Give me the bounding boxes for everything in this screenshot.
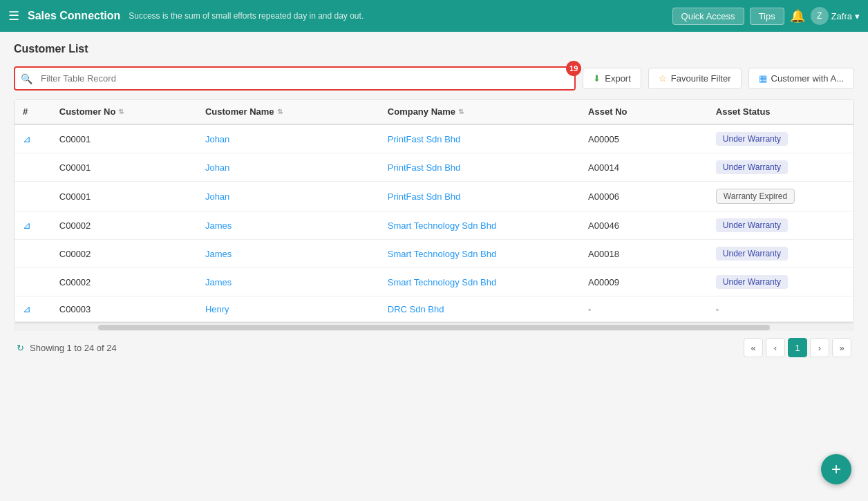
user-menu[interactable]: Z Zafra ▾: [811, 7, 860, 25]
customer-name-cell[interactable]: James: [197, 211, 379, 240]
export-button[interactable]: ⬇ Export: [583, 68, 641, 89]
last-page-button[interactable]: »: [832, 338, 851, 357]
status-badge: Under Warranty: [716, 160, 788, 174]
customer-no-cell: C00003: [51, 296, 197, 322]
external-link-icon[interactable]: ⊿: [23, 133, 31, 144]
col-asset-no: Asset No: [580, 100, 708, 124]
company-name-cell[interactable]: Smart Technology Sdn Bhd: [379, 240, 580, 268]
toolbar: 🔍 19 ⬇ Export ☆ Favourite Filter ▦ Custo…: [14, 66, 854, 91]
user-name: Zafra: [831, 11, 852, 21]
col-hash: #: [15, 100, 51, 124]
customer-no-cell: C00001: [51, 153, 197, 182]
hscroll-track: [98, 325, 771, 330]
avatar: Z: [811, 7, 829, 25]
asset-status-cell: Under Warranty: [708, 211, 853, 240]
table-row: ⊿C00003HenryDRC Sdn Bhd--: [15, 296, 853, 322]
table-header-row: # Customer No ⇅ Customer Name ⇅: [15, 100, 853, 124]
footer-left: ↻ Showing 1 to 24 of 24: [17, 343, 117, 353]
customer-no-cell: C00002: [51, 211, 197, 240]
customer-name-link[interactable]: Johan: [205, 162, 229, 173]
footer: ↻ Showing 1 to 24 of 24 « ‹ 1 › »: [14, 331, 854, 364]
company-name-link[interactable]: PrintFast Sdn Bhd: [388, 162, 461, 173]
asset-no-cell: A00018: [580, 240, 708, 268]
row-index: [15, 268, 51, 296]
company-name-link[interactable]: PrintFast Sdn Bhd: [388, 191, 461, 202]
first-page-button[interactable]: «: [744, 338, 763, 357]
table-container: # Customer No ⇅ Customer Name ⇅: [14, 99, 854, 323]
customer-no-cell: C00002: [51, 240, 197, 268]
customer-name-cell[interactable]: James: [197, 240, 379, 268]
notification-icon[interactable]: 🔔: [790, 8, 805, 23]
external-link-icon[interactable]: ⊿: [23, 303, 31, 314]
customer-name-cell[interactable]: James: [197, 268, 379, 296]
status-badge: Under Warranty: [716, 275, 788, 289]
table-body: ⊿C00001JohanPrintFast Sdn BhdA00005Under…: [15, 124, 853, 322]
company-name-link[interactable]: Smart Technology Sdn Bhd: [388, 220, 496, 231]
row-index: ⊿: [15, 124, 51, 153]
asset-no-cell: A00005: [580, 124, 708, 153]
company-name-cell[interactable]: Smart Technology Sdn Bhd: [379, 268, 580, 296]
export-icon: ⬇: [593, 73, 601, 84]
customer-no-cell: C00001: [51, 182, 197, 211]
company-name-link[interactable]: Smart Technology Sdn Bhd: [388, 249, 496, 259]
asset-status-cell: Under Warranty: [708, 268, 853, 296]
company-name-cell[interactable]: PrintFast Sdn Bhd: [379, 124, 580, 153]
sort-icon-customer-no[interactable]: ⇅: [118, 108, 124, 115]
customer-name-cell[interactable]: Johan: [197, 182, 379, 211]
external-link-icon[interactable]: ⊿: [23, 220, 31, 231]
row-index: [15, 182, 51, 211]
filter-icon: ▦: [759, 73, 767, 84]
prev-page-button[interactable]: ‹: [766, 338, 785, 357]
asset-no-cell: A00006: [580, 182, 708, 211]
refresh-icon[interactable]: ↻: [17, 343, 24, 353]
company-name-link[interactable]: Smart Technology Sdn Bhd: [388, 277, 496, 287]
company-name-link[interactable]: PrintFast Sdn Bhd: [388, 134, 461, 144]
customer-name-cell[interactable]: Henry: [197, 296, 379, 322]
asset-no-cell: A00014: [580, 153, 708, 182]
table-row: ⊿C00001JohanPrintFast Sdn BhdA00005Under…: [15, 124, 853, 153]
asset-status-cell: Under Warranty: [708, 124, 853, 153]
status-badge: Warranty Expired: [716, 189, 795, 204]
fab-add-button[interactable]: +: [821, 454, 851, 484]
row-index: ⊿: [15, 296, 51, 322]
company-name-link[interactable]: DRC Sdn Bhd: [388, 304, 444, 314]
customer-filter-button[interactable]: ▦ Customer with A...: [748, 68, 854, 89]
col-company-name: Company Name ⇅: [379, 100, 580, 124]
search-input[interactable]: [38, 68, 574, 89]
tips-button[interactable]: Tips: [750, 8, 784, 25]
asset-status-cell: Warranty Expired: [708, 182, 853, 211]
header-subtitle: Success is the sum of small efforts repe…: [129, 11, 663, 21]
horizontal-scrollbar[interactable]: [14, 323, 854, 331]
customer-name-link[interactable]: James: [205, 220, 232, 231]
customer-name-link[interactable]: Johan: [205, 134, 229, 144]
quick-access-button[interactable]: Quick Access: [672, 8, 744, 25]
menu-icon[interactable]: ☰: [8, 8, 19, 23]
col-customer-name: Customer Name ⇅: [197, 100, 379, 124]
app-title: Sales Connection: [28, 10, 120, 22]
asset-no-cell: -: [580, 296, 708, 322]
sort-icon-customer-name[interactable]: ⇅: [277, 108, 283, 115]
table-outer: # Customer No ⇅ Customer Name ⇅: [14, 99, 854, 323]
favourite-filter-button[interactable]: ☆ Favourite Filter: [648, 68, 742, 89]
customer-name-link[interactable]: James: [205, 249, 232, 259]
customer-name-cell[interactable]: Johan: [197, 124, 379, 153]
company-name-cell[interactable]: Smart Technology Sdn Bhd: [379, 211, 580, 240]
next-page-button[interactable]: ›: [810, 338, 829, 357]
customer-no-cell: C00002: [51, 268, 197, 296]
company-name-cell[interactable]: DRC Sdn Bhd: [379, 296, 580, 322]
page-body: Customer List 🔍 19 ⬇ Export ☆ Favourite …: [0, 32, 868, 375]
status-badge: Under Warranty: [716, 218, 788, 232]
row-index: ⊿: [15, 211, 51, 240]
customer-name-link[interactable]: James: [205, 277, 232, 287]
sort-icon-company-name[interactable]: ⇅: [458, 108, 464, 115]
status-badge: Under Warranty: [716, 247, 788, 261]
asset-no-cell: A00009: [580, 268, 708, 296]
customer-name-cell[interactable]: Johan: [197, 153, 379, 182]
customer-name-link[interactable]: Johan: [205, 191, 229, 202]
customer-name-link[interactable]: Henry: [205, 304, 229, 314]
current-page-button[interactable]: 1: [788, 338, 807, 357]
table-row: C00002JamesSmart Technology Sdn BhdA0001…: [15, 240, 853, 268]
company-name-cell[interactable]: PrintFast Sdn Bhd: [379, 153, 580, 182]
table-row: C00001JohanPrintFast Sdn BhdA00006Warran…: [15, 182, 853, 211]
company-name-cell[interactable]: PrintFast Sdn Bhd: [379, 182, 580, 211]
